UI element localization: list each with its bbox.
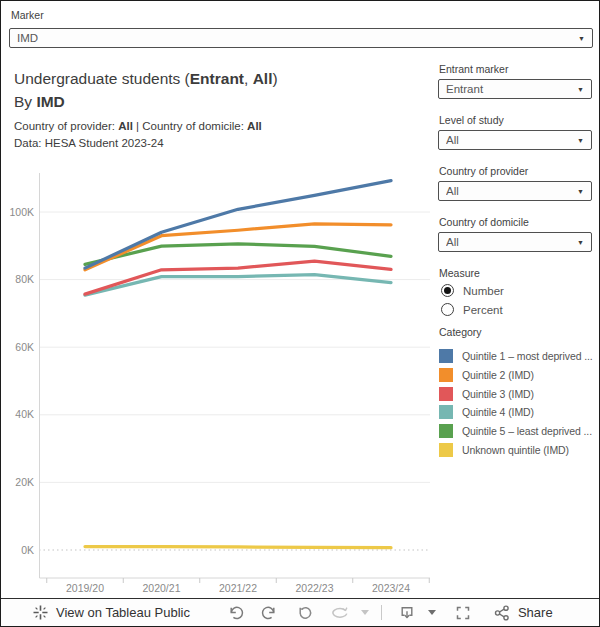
svg-text:2023/24: 2023/24	[372, 582, 410, 594]
chevron-down-icon: ▼	[577, 137, 584, 144]
chevron-down-icon: ▼	[578, 35, 585, 42]
country-of-domicile-dropdown[interactable]: All ▼	[438, 232, 592, 252]
share-icon	[493, 604, 511, 622]
svg-text:2020/21: 2020/21	[143, 582, 181, 594]
marker-filter-dropdown[interactable]: IMD ▼	[9, 28, 593, 48]
measure-option-percent[interactable]: Percent	[441, 303, 503, 316]
legend-item-quintile-5[interactable]: Quintile 5 – least deprived ...	[439, 422, 597, 441]
legend-item-quintile-4[interactable]: Quintile 4 (IMD)	[439, 403, 597, 422]
undo-icon	[226, 604, 244, 622]
subtitle-countries: Country of provider: All | Country of do…	[14, 118, 278, 135]
country-of-provider-dropdown[interactable]: All ▼	[438, 181, 592, 201]
chevron-down-icon	[428, 610, 436, 615]
filter-label-country-of-provider: Country of provider	[439, 165, 528, 177]
undo-button[interactable]	[218, 601, 253, 625]
line-chart[interactable]: 0K20K40K60K80K100K2019/202020/212021/222…	[1, 169, 437, 598]
filter-label-entrant-marker: Entrant marker	[439, 63, 508, 75]
subtitle-data-source: Data: HESA Student 2023-24	[14, 135, 278, 152]
chevron-down-icon	[361, 610, 369, 615]
legend-item-quintile-3[interactable]: Quintile 3 (IMD)	[439, 384, 597, 403]
redo-icon	[261, 604, 279, 622]
legend-swatch	[439, 368, 453, 382]
refresh-icon	[331, 604, 350, 622]
download-icon	[398, 604, 416, 622]
download-button[interactable]	[390, 601, 425, 625]
category-legend: Quintile 1 – most deprived ... Quintile …	[439, 347, 597, 459]
chevron-down-icon: ▼	[577, 86, 584, 93]
page-subtitle-by: By IMD	[14, 90, 278, 113]
legend-item-quintile-2[interactable]: Quintile 2 (IMD)	[439, 366, 597, 385]
page-title: Undergraduate students (Entrant, All)	[14, 67, 278, 90]
tableau-dashboard: Marker IMD ▼ Undergraduate students (Ent…	[0, 0, 600, 627]
svg-text:20K: 20K	[15, 476, 34, 488]
measure-label: Measure	[439, 267, 480, 279]
legend-swatch	[439, 387, 453, 401]
radio-number[interactable]	[441, 284, 454, 297]
entrant-marker-dropdown[interactable]: Entrant ▼	[438, 79, 592, 99]
marker-filter-label: Marker	[11, 9, 44, 21]
chevron-down-icon: ▼	[577, 239, 584, 246]
refresh-button[interactable]	[323, 601, 358, 625]
svg-text:2022/23: 2022/23	[296, 582, 334, 594]
svg-text:80K: 80K	[15, 273, 34, 285]
legend-item-unknown-quintile[interactable]: Unknown quintile (IMD)	[439, 440, 597, 459]
fullscreen-icon	[454, 604, 472, 622]
svg-text:60K: 60K	[15, 341, 34, 353]
download-menu-caret[interactable]	[425, 601, 440, 625]
toolbar-divider	[381, 605, 382, 620]
toolbar-buttons	[218, 601, 481, 625]
legend-swatch	[439, 349, 453, 363]
svg-text:2021/22: 2021/22	[219, 582, 257, 594]
svg-text:0K: 0K	[21, 544, 34, 556]
chevron-down-icon: ▼	[577, 188, 584, 195]
view-on-tableau-public-link[interactable]: View on Tableau Public	[32, 604, 190, 621]
legend-swatch	[439, 405, 453, 419]
legend-swatch	[439, 443, 453, 457]
refresh-menu-caret[interactable]	[358, 601, 373, 625]
replay-icon	[296, 604, 314, 622]
fullscreen-button[interactable]	[446, 601, 481, 625]
radio-percent[interactable]	[441, 303, 454, 316]
filter-label-level-of-study: Level of study	[439, 114, 504, 126]
replay-button[interactable]	[288, 601, 323, 625]
view-on-tableau-public-label: View on Tableau Public	[56, 605, 190, 620]
tableau-logo-icon	[32, 604, 49, 621]
filter-label-country-of-domicile: Country of domicile	[439, 216, 529, 228]
redo-button[interactable]	[253, 601, 288, 625]
level-of-study-dropdown[interactable]: All ▼	[438, 130, 592, 150]
marker-filter-value: IMD	[17, 32, 572, 44]
svg-text:40K: 40K	[15, 408, 34, 420]
svg-text:2019/20: 2019/20	[66, 582, 104, 594]
legend-item-quintile-1[interactable]: Quintile 1 – most deprived ...	[439, 347, 597, 366]
share-label: Share	[518, 605, 553, 620]
svg-text:100K: 100K	[9, 206, 34, 218]
legend-title: Category	[439, 326, 482, 338]
share-button[interactable]: Share	[493, 604, 553, 622]
title-block: Undergraduate students (Entrant, All) By…	[14, 67, 278, 152]
tableau-toolbar: View on Tableau Public	[1, 598, 599, 626]
legend-swatch	[439, 424, 453, 438]
measure-option-number[interactable]: Number	[441, 284, 504, 297]
